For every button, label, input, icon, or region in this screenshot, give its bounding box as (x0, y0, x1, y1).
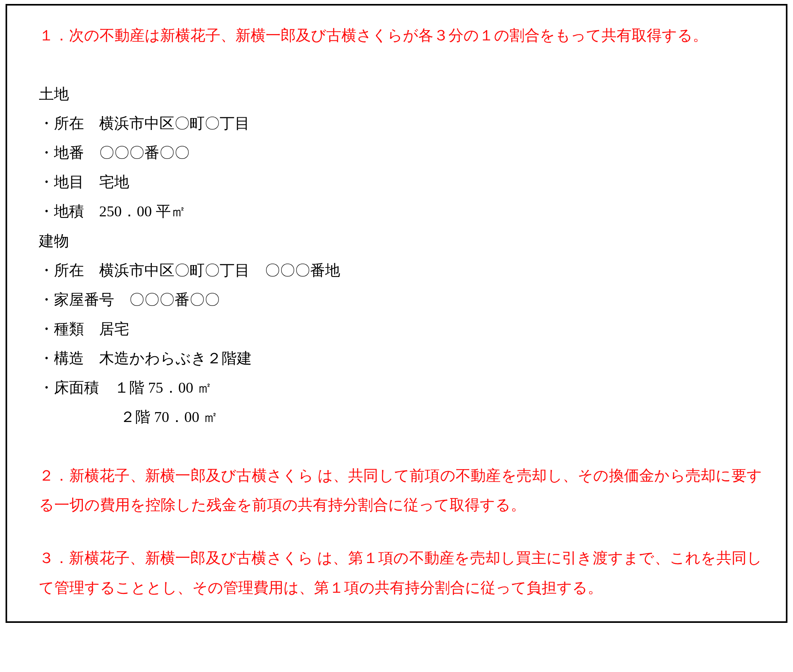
building-floor-area-2: ２階 70．00 ㎡ (39, 402, 762, 431)
building-header: 建物 (39, 226, 762, 256)
land-area: ・地積 250．00 平㎡ (39, 197, 762, 226)
land-number: ・地番 〇〇〇番〇〇 (39, 138, 762, 167)
clause-1: １．次の不動産は新横花子、新横一郎及び古横さくらが各３分の１の割合をもって共有取… (39, 21, 762, 50)
building-structure: ・構造 木造かわらぶき２階建 (39, 344, 762, 373)
building-type: ・種類 居宅 (39, 314, 762, 344)
land-location: ・所在 横浜市中区〇町〇丁目 (39, 109, 762, 138)
building-location: ・所在 横浜市中区〇町〇丁目 〇〇〇番地 (39, 256, 762, 285)
clause-3: ３．新横花子、新横一郎及び古横さくら は、第１項の不動産を売却し買主に引き渡すま… (39, 543, 762, 602)
building-floor-area-1: ・床面積 １階 75．00 ㎡ (39, 373, 762, 402)
building-house-number: ・家屋番号 〇〇〇番〇〇 (39, 285, 762, 314)
document-frame: １．次の不動産は新横花子、新横一郎及び古横さくらが各３分の１の割合をもって共有取… (6, 4, 787, 623)
land-category: ・地目 宅地 (39, 167, 762, 197)
clause-2: ２．新横花子、新横一郎及び古横さくら は、共同して前項の不動産を売却し、その換価… (39, 461, 762, 519)
land-header: 土地 (39, 79, 762, 109)
